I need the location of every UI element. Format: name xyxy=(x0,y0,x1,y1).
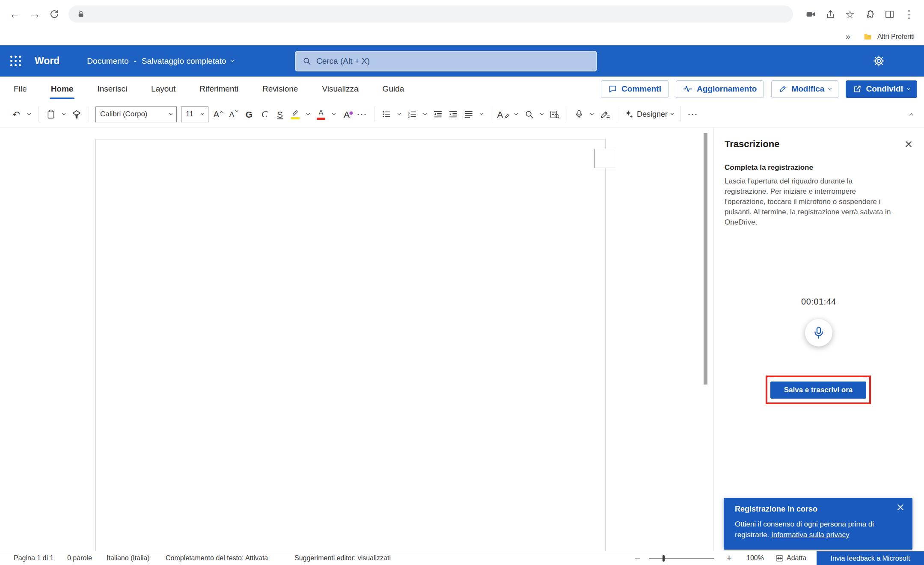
alignment-dropdown[interactable] xyxy=(476,105,487,123)
language-status[interactable]: Italiano (Italia) xyxy=(107,551,150,565)
chevron-down-icon xyxy=(514,112,518,115)
browser-reload-button[interactable] xyxy=(45,4,64,24)
search-box xyxy=(296,52,596,71)
browser-back-button[interactable]: ← xyxy=(5,4,25,24)
font-color-dropdown[interactable] xyxy=(329,105,339,123)
bullet-list-button[interactable] xyxy=(380,105,393,123)
numbered-list-button[interactable]: 123 xyxy=(405,105,419,123)
decrease-indent-button[interactable] xyxy=(431,105,445,123)
highlight-button[interactable] xyxy=(288,105,302,123)
font-color-button[interactable]: A xyxy=(314,105,328,123)
zoom-in-button[interactable]: + xyxy=(726,551,732,565)
format-painter-button[interactable] xyxy=(70,105,83,123)
zoom-slider-track[interactable] xyxy=(649,558,714,559)
tab-file[interactable]: File xyxy=(14,77,27,101)
search-input[interactable] xyxy=(316,56,596,66)
document-title[interactable]: Documento - Salvataggio completato xyxy=(87,56,234,66)
privacy-link[interactable]: Informativa sulla privacy xyxy=(771,531,849,539)
paste-dropdown[interactable] xyxy=(59,105,69,123)
tab-revisione[interactable]: Revisione xyxy=(262,77,298,101)
italic-button[interactable]: C xyxy=(258,105,271,123)
zoom-level[interactable]: 100% xyxy=(746,551,764,565)
browser-forward-button[interactable]: → xyxy=(25,4,45,24)
font-size-select[interactable]: 11 xyxy=(181,106,208,122)
clear-formatting-button[interactable]: A xyxy=(340,105,354,123)
designer-button[interactable]: Designer xyxy=(622,105,675,123)
find-dropdown[interactable] xyxy=(537,105,547,123)
chevron-down-icon xyxy=(169,112,172,115)
pause-recording-button[interactable] xyxy=(805,319,832,346)
font-name-select[interactable]: Calibri (Corpo) xyxy=(95,106,177,122)
browser-bookmark-button[interactable]: ☆ xyxy=(840,4,860,24)
dictate-dropdown[interactable] xyxy=(587,105,597,123)
feedback-button[interactable]: Invia feedback a Microsoft xyxy=(817,551,924,565)
text-completion-status[interactable]: Completamento del testo: Attivata xyxy=(166,551,268,565)
bold-button[interactable]: G xyxy=(242,105,256,123)
comments-button[interactable]: Commenti xyxy=(601,80,668,98)
collapse-ribbon-button[interactable] xyxy=(906,105,916,123)
browser-share-button[interactable] xyxy=(820,4,840,24)
browser-extensions-button[interactable] xyxy=(860,4,879,24)
dictate-button[interactable] xyxy=(572,105,586,123)
toast-close-button[interactable] xyxy=(896,503,905,512)
fit-page-button[interactable]: Adatta xyxy=(775,551,806,565)
font-color-letter: A xyxy=(318,109,323,116)
paste-button[interactable] xyxy=(44,105,58,123)
browser-address-bar[interactable] xyxy=(68,6,793,23)
tab-layout[interactable]: Layout xyxy=(151,77,175,101)
browser-camera-button[interactable] xyxy=(801,4,820,24)
undo-dropdown[interactable] xyxy=(24,105,34,123)
update-button[interactable]: Aggiornamento xyxy=(676,80,764,98)
settings-button[interactable] xyxy=(873,55,885,67)
bullet-list-dropdown[interactable] xyxy=(394,105,404,123)
zoom-out-button[interactable]: − xyxy=(635,551,640,565)
alignment-button[interactable] xyxy=(462,105,475,123)
chevron-down-icon xyxy=(828,86,832,90)
favorites-folder-label[interactable]: Altri Preferiti xyxy=(877,33,915,41)
bold-letter: G xyxy=(246,110,253,119)
font-size-value: 11 xyxy=(186,110,193,118)
folder-icon xyxy=(863,32,872,41)
tab-home[interactable]: Home xyxy=(51,77,74,101)
app-name: Word xyxy=(35,55,59,67)
more-toolbar-options-button[interactable]: ⋯ xyxy=(686,105,700,123)
vertical-scrollbar[interactable] xyxy=(704,133,707,385)
comment-icon xyxy=(608,85,617,94)
browser-sidebar-button[interactable] xyxy=(879,4,899,24)
save-and-transcribe-button[interactable]: Salva e trascrivi ora xyxy=(770,382,866,399)
tab-riferimenti[interactable]: Riferimenti xyxy=(199,77,238,101)
editor-button[interactable] xyxy=(598,105,612,123)
bullet-list-icon xyxy=(382,110,391,118)
zoom-slider-thumb[interactable] xyxy=(663,555,665,562)
increase-indent-button[interactable] xyxy=(446,105,460,123)
shrink-font-button[interactable]: A xyxy=(227,105,241,123)
tab-visualizza[interactable]: Visualizza xyxy=(322,77,358,101)
panel-close-button[interactable] xyxy=(904,140,913,148)
page-search-icon xyxy=(550,110,560,119)
chevron-down-icon xyxy=(62,112,65,115)
search-document-button[interactable] xyxy=(548,105,562,123)
edit-mode-button[interactable]: Modifica xyxy=(771,80,838,98)
find-button[interactable] xyxy=(522,105,536,123)
more-font-options-button[interactable]: ⋯ xyxy=(355,105,369,123)
browser-menu-button[interactable]: ⋮ xyxy=(899,4,919,24)
share-button[interactable]: Condividi xyxy=(846,80,917,98)
page-count-status[interactable]: Pagina 1 di 1 xyxy=(14,551,53,565)
undo-button[interactable]: ↶ xyxy=(9,105,23,123)
underline-button[interactable]: S xyxy=(273,105,287,123)
chevron-up-icon xyxy=(220,111,223,115)
tab-guida[interactable]: Guida xyxy=(383,77,404,101)
microphone-icon xyxy=(813,326,825,339)
editor-suggestions-status[interactable]: Suggerimenti editor: visualizzati xyxy=(294,551,391,565)
document-page[interactable] xyxy=(95,139,606,551)
bookmarks-overflow-button[interactable]: » xyxy=(846,32,850,41)
styles-button[interactable]: A xyxy=(496,105,510,123)
highlight-dropdown[interactable] xyxy=(303,105,313,123)
styles-dropdown[interactable] xyxy=(511,105,521,123)
tab-inserisci[interactable]: Inserisci xyxy=(97,77,127,101)
app-launcher-icon[interactable] xyxy=(10,56,21,66)
clear-format-letter: A xyxy=(344,110,350,119)
grow-font-button[interactable]: A xyxy=(211,105,225,123)
word-count-status[interactable]: 0 parole xyxy=(67,551,92,565)
numbered-list-dropdown[interactable] xyxy=(420,105,430,123)
